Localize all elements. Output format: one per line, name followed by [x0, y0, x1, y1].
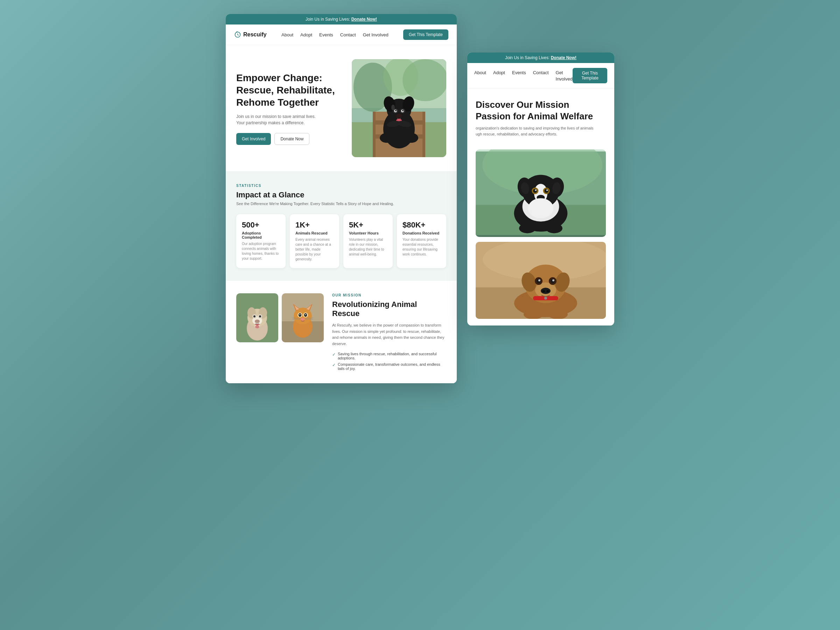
hero-section: Empower Change: Rescue, Rehabilitate, Re…: [226, 45, 457, 171]
svg-point-80: [519, 223, 536, 234]
stat-card-volunteer: 5K+ Volunteer Hours Volunteers play a vi…: [343, 214, 393, 268]
nav-links: About Adopt Events Contact Get Involved: [281, 32, 388, 38]
stat-name-rescued: Animals Rescued: [295, 231, 333, 235]
stat-number-adoptions: 500+: [242, 221, 280, 230]
svg-point-75: [544, 189, 548, 193]
logo-icon: [234, 31, 241, 38]
nav-get-involved[interactable]: Get Involved: [363, 32, 388, 38]
nav-adopt[interactable]: Adopt: [300, 32, 312, 38]
secondary-nav-adopt[interactable]: Adopt: [493, 70, 505, 75]
svg-point-20: [402, 110, 404, 111]
stats-label: STATISTICS: [236, 184, 446, 188]
hero-subtitle: Join us in our mission to save animal li…: [236, 114, 345, 126]
svg-point-97: [542, 290, 545, 292]
donate-now-button[interactable]: Donate Now: [275, 133, 309, 145]
stat-name-volunteer: Volunteer Hours: [349, 231, 387, 235]
hero-buttons: Get Involved Donate Now: [236, 133, 345, 145]
stats-grid: 500+ Adoptions Completed Our adoption pr…: [236, 214, 446, 268]
logo-text: Rescuify: [243, 32, 267, 38]
stats-subtitle: See the Difference We're Making Together…: [236, 202, 446, 206]
svg-point-41: [255, 325, 259, 328]
stats-section: STATISTICS Impact at a Glance See the Di…: [226, 171, 457, 281]
svg-point-56: [301, 318, 305, 321]
mission-images: [236, 293, 324, 342]
secondary-nav-links: About Adopt Events Contact Get Involved: [474, 69, 573, 82]
hero-title: Empower Change: Rescue, Rehabilitate, Re…: [236, 72, 345, 109]
svg-point-98: [546, 290, 549, 292]
svg-point-95: [552, 279, 554, 281]
svg-point-21: [396, 114, 402, 118]
secondary-images: [467, 150, 614, 324]
stat-name-adoptions: Adoptions Completed: [242, 231, 280, 239]
secondary-mission-snippet: We believe in the d to creating a ment t…: [467, 324, 614, 325]
stat-card-adoptions: 500+ Adoptions Completed Our adoption pr…: [236, 214, 286, 268]
banner-text: Join Us in Saving Lives:: [306, 17, 351, 22]
stat-number-donations: $80K+: [403, 221, 441, 230]
mission-section: OUR MISSION Revolutionizing Animal Rescu…: [226, 281, 457, 383]
svg-point-102: [548, 309, 568, 319]
mission-image-dog: [236, 293, 278, 342]
secondary-nav-get-involved[interactable]: Get Involved: [556, 70, 573, 82]
secondary-hero: Discover Our Mission Passion for Animal …: [467, 88, 614, 150]
stat-card-rescued: 1K+ Animals Rescued Every animal receive…: [290, 214, 339, 268]
svg-point-54: [299, 314, 301, 315]
mission-text: OUR MISSION Revolutionizing Animal Rescu…: [332, 293, 446, 371]
secondary-window: Join Us in Saving Lives: Donate Now! Abo…: [467, 52, 614, 325]
nav-events[interactable]: Events: [319, 32, 333, 38]
secondary-banner-link[interactable]: Donate Now!: [551, 55, 576, 60]
svg-point-79: [528, 198, 553, 218]
secondary-nav-contact[interactable]: Contact: [533, 70, 549, 75]
mission-title: Revolutionizing Animal Rescue: [332, 300, 446, 318]
secondary-nav-events[interactable]: Events: [512, 70, 526, 75]
svg-point-76: [535, 189, 537, 191]
secondary-banner: Join Us in Saving Lives: Donate Now!: [467, 52, 614, 63]
svg-point-27: [404, 133, 418, 143]
stat-desc-volunteer: Volunteers play a vital role in our miss…: [349, 237, 387, 257]
stats-title: Impact at a Glance: [236, 190, 446, 199]
stat-number-rescued: 1K+: [295, 221, 333, 230]
svg-point-100: [544, 297, 547, 300]
secondary-navbar: About Adopt Events Contact Get Involved …: [467, 63, 614, 88]
secondary-hero-desc: organization's dedication to saving and …: [476, 125, 606, 137]
mission-image-cat: [282, 293, 324, 342]
svg-point-74: [533, 189, 537, 193]
svg-point-37: [253, 315, 256, 317]
logo[interactable]: Rescuify: [234, 31, 267, 38]
svg-point-101: [524, 309, 543, 319]
mission-desc: At Rescuify, we believe in the power of …: [332, 322, 446, 347]
secondary-get-template-button[interactable]: Get This Template: [573, 68, 607, 83]
banner-donate-link[interactable]: Donate Now!: [351, 17, 377, 22]
hero-image: [352, 59, 446, 157]
mission-label: OUR MISSION: [332, 293, 446, 297]
stat-desc-rescued: Every animal receives care and a chance …: [295, 237, 333, 262]
svg-point-81: [546, 223, 562, 234]
hero-dog-image: [352, 59, 446, 157]
secondary-nav-about[interactable]: About: [474, 70, 486, 75]
stat-desc-adoptions: Our adoption program connects animals wi…: [242, 242, 280, 261]
get-involved-button[interactable]: Get Involved: [236, 133, 271, 145]
check-icon-1: ✓: [332, 352, 336, 357]
mission-list: ✓ Saving lives through rescue, rehabilit…: [332, 352, 446, 371]
get-template-button[interactable]: Get This Template: [403, 29, 448, 40]
secondary-banner-text: Join Us in Saving Lives:: [505, 55, 551, 60]
svg-point-26: [380, 133, 394, 143]
svg-point-38: [259, 315, 261, 317]
top-banner: Join Us in Saving Lives: Donate Now!: [226, 14, 457, 25]
mission-list-item-2: ✓ Compassionate care, transformative out…: [332, 362, 446, 371]
nav-contact[interactable]: Contact: [340, 32, 356, 38]
hero-text: Empower Change: Rescue, Rehabilitate, Re…: [236, 72, 345, 145]
svg-point-19: [395, 110, 396, 111]
secondary-brown-dog-image: [476, 242, 606, 319]
svg-point-96: [541, 288, 551, 294]
stat-number-volunteer: 5K+: [349, 221, 387, 230]
mission-list-item-1: ✓ Saving lives through rescue, rehabilit…: [332, 352, 446, 360]
main-window: Join Us in Saving Lives: Donate Now! Res…: [226, 14, 457, 383]
svg-point-77: [546, 189, 548, 191]
nav-about[interactable]: About: [281, 32, 293, 38]
svg-point-4: [383, 59, 418, 96]
stat-name-donations: Donations Received: [403, 231, 441, 235]
secondary-puppy-image: [476, 150, 606, 237]
stat-desc-donations: Your donations provide essential resourc…: [403, 237, 441, 257]
svg-point-39: [255, 319, 260, 323]
svg-point-55: [305, 314, 306, 315]
